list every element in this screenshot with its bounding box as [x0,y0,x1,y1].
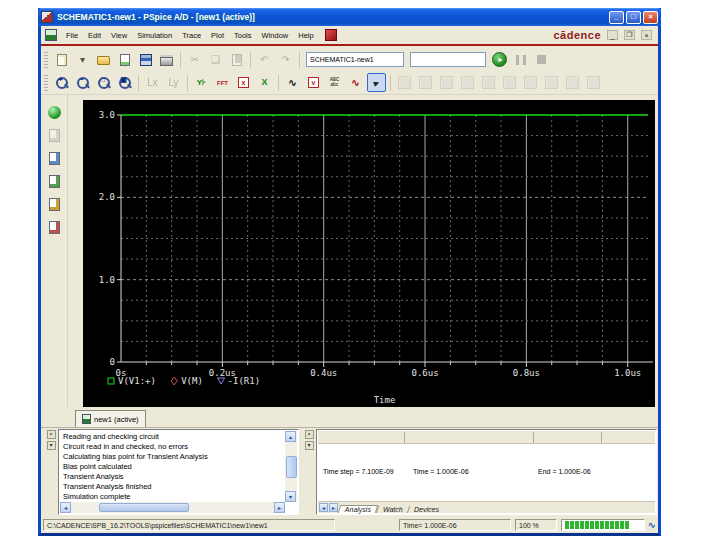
minimize-button[interactable]: _ [609,11,624,24]
evaluate-measurement-button[interactable]: x [234,73,253,92]
trace-expression-combo[interactable] [410,52,486,67]
end-value: End = 1.000E-06 [538,468,591,475]
toolbar-drag-handle[interactable] [44,52,48,68]
edit-simulation-profile-button[interactable] [45,218,64,237]
view-simulation-results-button[interactable] [45,195,64,214]
hscroll-thumb[interactable] [99,503,189,512]
simulation-queue-button [45,126,64,145]
statusbar-percent: 100 % [515,519,557,531]
tabs-scroll-right-icon[interactable]: ▸ [329,503,338,512]
print-button[interactable] [157,50,176,69]
append-file-icon [120,54,130,66]
voltage-level-marker-button[interactable]: Y⊦ [192,73,211,92]
menu-help[interactable]: Help [293,29,318,42]
menu-file[interactable]: File [61,29,83,42]
zoom-out-icon: − [76,76,90,90]
text-label-button[interactable]: ABC abc [325,73,344,92]
add-trace-button[interactable]: ∿ [283,73,302,92]
output-panel-grip[interactable]: × ▾ [45,428,57,516]
scroll-left-icon[interactable]: ◂ [60,502,71,513]
status-pin-icon[interactable]: ▾ [305,441,314,450]
copy-button: ❏ [206,50,225,69]
view-output-file-button[interactable] [45,172,64,191]
save-button[interactable] [136,50,155,69]
menu-simulation[interactable]: Simulation [132,29,177,42]
cursor-slope-button [437,73,456,92]
toolbar-separator [278,75,279,91]
progress-block [600,521,604,529]
run-simulation-icon: ► [492,52,507,67]
simulation-running-indicator[interactable] [45,103,64,122]
scroll-right-icon[interactable]: ▸ [274,502,285,513]
stop-simulation-button [532,50,551,69]
fft-button[interactable]: FFT [213,73,232,92]
zoom-out-button[interactable]: − [73,73,92,92]
time-value: Time = 1.000E-06 [413,468,469,475]
output-pin-icon[interactable]: ▾ [47,441,56,450]
mdi-restore-button[interactable]: ❐ [624,30,635,40]
status-panel-tabs: ◂ ▸ AnalysisWatchDevices [318,501,655,513]
status-close-icon[interactable]: × [305,430,314,439]
zoom-area-button[interactable]: □ [94,73,113,92]
menu-tools[interactable]: Tools [229,29,257,42]
menu-trace[interactable]: Trace [177,29,206,42]
mdi-close-button[interactable]: × [641,30,652,40]
delete-traces-button[interactable]: X [255,73,274,92]
main-toolbar: ▾✂❏↶↷ SCHEMATIC1-new1 ► [41,48,658,71]
waveform-plot[interactable]: 3.02.01.000s0.2us0.4us0.6us0.8us1.0usV(V… [83,100,655,407]
performance-analysis-button[interactable]: ∿ [346,73,365,92]
progress-block [585,521,589,529]
status-panel-grip[interactable]: × ▾ [303,428,315,516]
menu-edit[interactable]: Edit [83,29,106,42]
simulation-status-panel: × ▾ Time step = 7.100E-09 Time = 1.000E-… [303,428,658,516]
zoom-in-button[interactable]: + [52,73,71,92]
mdi-child-icon[interactable] [45,29,57,41]
svg-text:3.0: 3.0 [99,110,115,120]
simulation-profile-combo[interactable]: SCHEMATIC1-new1 [306,52,404,67]
menu-plot[interactable]: Plot [206,29,229,42]
message-line: Bias point calculated [63,462,282,472]
cadence-logo: cādence [553,29,601,41]
mdi-minimize-button[interactable]: _ [607,30,618,40]
progress-block [620,521,624,529]
scroll-down-icon[interactable]: ▾ [285,491,296,502]
new-file-dropdown-icon: ▾ [80,55,85,65]
tabs-scroll-left-icon[interactable]: ◂ [319,503,328,512]
plot-tab-strip: new1 (active) [41,407,658,428]
menu-view[interactable]: View [106,29,132,42]
append-file-button[interactable] [115,50,134,69]
plot-tab[interactable]: new1 (active) [75,410,146,427]
toolbar-drag-handle[interactable] [44,75,48,91]
maximize-button[interactable]: □ [626,11,641,24]
output-hscrollbar[interactable]: ◂ ▸ [60,502,285,513]
time-step-value: Time step = 7.100E-09 [323,468,394,475]
svg-text:1.0us: 1.0us [614,368,641,378]
eval-goal-function-button[interactable]: v [304,73,323,92]
scroll-up-icon[interactable]: ▴ [285,431,296,442]
run-simulation-button[interactable]: ► [490,50,509,69]
svg-text:0: 0 [110,357,115,367]
cursor-search-button [521,73,540,92]
mark-label-button [563,73,582,92]
tab-watch[interactable]: Watch [376,506,409,513]
close-button[interactable]: × [643,11,658,24]
tab-analysis[interactable]: Analysis [338,505,379,513]
vscroll-thumb[interactable] [286,456,297,478]
docked-tool-icon[interactable] [325,29,337,41]
menu-window[interactable]: Window [257,29,294,42]
save-icon [140,54,152,66]
title-bar[interactable]: SCHEMATIC1-new1 - PSpice A/D - [new1 (ac… [38,8,661,26]
view-circuit-file-button[interactable] [45,149,64,168]
simulation-file-path: C:\CADENCE\SPB_16.2\TOOLS\pspicefiles\SC… [43,519,335,531]
cursor-max-button [479,73,498,92]
output-vscrollbar[interactable]: ▴ ▾ [285,431,297,502]
toolbar-separator [180,52,181,68]
new-file-button[interactable] [52,50,71,69]
new-file-dropdown[interactable]: ▾ [73,50,92,69]
open-file-button[interactable] [94,50,113,69]
tab-devices[interactable]: Devices [407,506,445,513]
toggle-cursor-button[interactable]: ► [367,73,386,92]
simulation-message-list[interactable]: Reading and checking circuitCircuit read… [60,431,285,502]
zoom-fit-button[interactable]: ▣ [115,73,134,92]
output-close-icon[interactable]: × [47,430,56,439]
